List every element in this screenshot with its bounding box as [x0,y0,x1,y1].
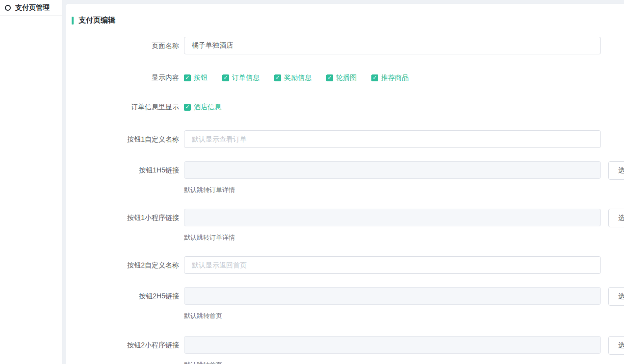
form-row-page-name: 页面名称 [66,37,624,54]
checkbox-hotel-info[interactable]: 酒店信息 [184,103,221,112]
page-name-input[interactable] [184,37,601,54]
checkbox-recommended-products[interactable]: 推荐商品 [371,73,409,82]
btn1-h5-link-label: 按钮1H5链接 [66,161,184,179]
checkbox-buttons[interactable]: 按钮 [184,73,208,82]
sidebar: 支付页管理 [0,0,62,364]
btn1-miniprogram-link-input [184,209,601,226]
title-accent-bar [72,17,74,24]
btn1-h5-select-button[interactable]: 选 [608,161,624,180]
checkbox-checked-icon [274,74,281,81]
checkbox-checked-icon [184,104,191,111]
content-card: 支付页编辑 页面名称 显示内容 按钮 订单信息 奖励信息 轮播图 [66,4,624,364]
form-row-btn2-h5-link: 按钮2H5链接 选 默认跳转首页 [66,287,624,320]
page-name-label: 页面名称 [66,37,184,54]
form-row-btn1-h5-link: 按钮1H5链接 选 默认跳转订单详情 [66,161,624,194]
btn1-custom-name-label: 按钮1自定义名称 [66,130,184,148]
display-content-label: 显示内容 [66,73,184,82]
checkbox-order-info[interactable]: 订单信息 [222,73,260,82]
btn1-custom-name-input[interactable] [184,130,601,148]
checkbox-checked-icon [184,74,191,81]
btn1-miniprogram-helper-text: 默认跳转订单详情 [184,233,601,242]
sidebar-item-pay-page-management[interactable]: 支付页管理 [0,0,62,16]
section-title: 支付页编辑 [72,16,624,24]
sidebar-item-label: 支付页管理 [15,3,50,12]
checkbox-carousel[interactable]: 轮播图 [326,73,357,82]
btn2-miniprogram-helper-text: 默认跳转首页 [184,361,601,364]
btn2-custom-name-input[interactable] [184,256,601,274]
form-row-btn1-miniprogram-link: 按钮1小程序链接 选 默认跳转订单详情 [66,209,624,242]
btn1-miniprogram-select-button[interactable]: 选 [608,209,624,227]
checkbox-checked-icon [222,74,229,81]
form-row-btn1-custom-name: 按钮1自定义名称 [66,130,624,148]
btn2-miniprogram-select-button[interactable]: 选 [608,336,624,355]
btn1-h5-link-input [184,161,601,179]
btn2-miniprogram-link-input [184,336,601,354]
form-row-btn2-custom-name: 按钮2自定义名称 [66,256,624,274]
btn2-custom-name-label: 按钮2自定义名称 [66,256,184,274]
form-row-order-info-display: 订单信息里显示 酒店信息 [66,102,624,112]
btn2-h5-link-label: 按钮2H5链接 [66,287,184,305]
btn1-miniprogram-link-label: 按钮1小程序链接 [66,209,184,226]
btn1-h5-helper-text: 默认跳转订单详情 [184,186,601,194]
form-row-display-content: 显示内容 按钮 订单信息 奖励信息 轮播图 推荐商品 [66,73,624,82]
btn2-h5-link-input [184,287,601,305]
btn2-h5-helper-text: 默认跳转首页 [184,312,601,320]
order-info-display-label: 订单信息里显示 [66,102,184,112]
btn2-h5-select-button[interactable]: 选 [608,287,624,306]
form-row-btn2-miniprogram-link: 按钮2小程序链接 选 默认跳转首页 [66,336,624,364]
checkbox-reward-info[interactable]: 奖励信息 [274,73,312,82]
btn2-miniprogram-link-label: 按钮2小程序链接 [66,336,184,354]
section-title-text: 支付页编辑 [78,16,115,25]
circle-icon [5,5,11,11]
checkbox-checked-icon [326,74,333,81]
checkbox-checked-icon [371,74,378,81]
